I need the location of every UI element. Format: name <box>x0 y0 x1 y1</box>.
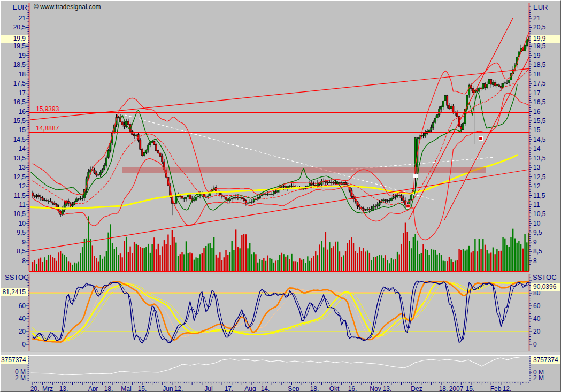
price-tick-label: 8 <box>533 257 537 265</box>
time-axis-label: 16. <box>348 385 357 392</box>
price-tick-label: 14,5 <box>13 136 26 143</box>
price-tick-label: 17 <box>19 89 26 97</box>
price-tick-label: 11,5 <box>533 192 545 199</box>
cumvol-tick-label: 2 M <box>15 374 26 382</box>
sstoc-value-box-right: 90,0396 <box>531 283 561 291</box>
price-tick-label: 18,5 <box>533 61 546 68</box>
price-tick-label: 15,5 <box>533 117 546 125</box>
sstoc-tick-label: 20 <box>533 328 541 335</box>
price-tick-label: 21 <box>19 14 26 22</box>
price-tick-label: 17,5 <box>13 80 26 87</box>
price-tick-label: 19,5 <box>13 42 26 50</box>
price-tick-label: 12 <box>533 182 541 190</box>
price-tick-label: 20,5 <box>13 24 26 31</box>
price-tick-label: 10 <box>19 220 26 227</box>
price-tick-label: 16 <box>533 108 541 116</box>
time-axis-label: 12. <box>174 385 183 392</box>
price-tick-label: 13 <box>19 164 26 171</box>
time-axis-label: 2007 <box>449 385 464 392</box>
time-axis-label: Mai <box>121 385 131 392</box>
sstoc-title-right: SSTOC <box>533 273 557 281</box>
sstoc-title-left: SSTOC <box>5 273 29 281</box>
time-axis-label: 13. <box>59 385 68 392</box>
price-tick-label: 9,5 <box>17 229 26 236</box>
time-axis-label: 15. <box>138 385 147 392</box>
price-tick-label: 12 <box>19 182 26 190</box>
current-price-box-right: 19,9 <box>531 35 560 43</box>
price-tick-label: 10,5 <box>533 210 546 218</box>
cumvol-value-box-left: 3757374 <box>1 356 28 364</box>
price-tick-label: 8,5 <box>533 248 542 255</box>
time-axis-label: 14. <box>261 385 270 392</box>
price-tick-label: 18,5 <box>13 61 26 68</box>
time-axis-label: 13. <box>383 385 392 392</box>
sstoc-tick-label: 60 <box>533 302 541 310</box>
price-tick-label: 16,5 <box>533 98 546 106</box>
copyright-text: © www.tradesignal.com <box>34 3 101 11</box>
time-axis-label: Aug <box>244 385 256 392</box>
sstoc-tick-label: 40 <box>19 315 26 322</box>
time-axis-label: Feb <box>490 385 502 392</box>
sstoc-tick-label: 40 <box>533 315 541 322</box>
sstoc-tick-label: 0 <box>22 341 26 348</box>
price-tick-label: 19,5 <box>533 42 546 50</box>
time-axis-label: Nov <box>370 385 381 392</box>
price-tick-label: 19 <box>533 52 541 59</box>
price-tick-label: 11,5 <box>14 192 26 199</box>
price-tick-label: 11 <box>19 201 26 209</box>
sstoc-tick-label: 0 <box>533 341 537 348</box>
sstoc-value-box-left: 81,2415 <box>1 288 28 296</box>
sstoc-tick-label: 20 <box>19 328 26 335</box>
time-axis-label: 12. <box>503 385 512 392</box>
price-tick-label: 18 <box>19 71 26 78</box>
time-axis-label: 18. <box>104 385 113 392</box>
time-axis-label: Dez <box>411 385 422 392</box>
price-tick-label: 13 <box>533 164 541 171</box>
time-axis-label: 20. <box>30 385 40 392</box>
price-tick-label: 13,5 <box>13 155 26 162</box>
cumvol-tick-label: 2 M <box>533 374 544 382</box>
price-tick-label: 15 <box>19 126 26 134</box>
time-axis-label: 15. <box>466 385 475 392</box>
price-tick-label: 19 <box>19 52 26 59</box>
time-axis-label: Sep <box>288 385 299 392</box>
price-tick-label: 16,5 <box>13 98 26 106</box>
time-axis-label: 18. <box>310 385 319 392</box>
price-tick-label: 11 <box>533 201 540 209</box>
price-tick-label: 17 <box>533 89 541 97</box>
price-tick-label: 20,5 <box>533 24 546 31</box>
price-tick-label: 9 <box>22 239 26 246</box>
price-tick-label: 13,5 <box>533 155 546 162</box>
price-tick-label: 10 <box>533 220 541 227</box>
time-axis-label: Jul <box>204 385 212 392</box>
price-tick-label: 15 <box>533 126 541 134</box>
chart-canvas[interactable]: 212120,520,519,519,5191918,518,5181817,5… <box>1 1 561 392</box>
time-axis-label: Mrz <box>42 385 53 392</box>
price-tick-label: 14 <box>19 145 26 152</box>
hline-label-15-9393: 15,9393 <box>36 105 59 113</box>
price-tick-label: 9,5 <box>533 229 542 236</box>
time-axis-label: Jun <box>163 385 173 392</box>
price-axis-unit-left: EUR <box>5 3 27 11</box>
time-axis-label: Apr <box>88 385 98 392</box>
price-tick-label: 10,5 <box>13 210 26 218</box>
cumvol-value-box-right: 3757374 <box>531 356 561 364</box>
price-tick-label: 18 <box>533 71 541 78</box>
price-tick-label: 15,5 <box>13 117 26 125</box>
price-tick-label: 12,5 <box>533 173 546 181</box>
price-tick-label: 17,5 <box>533 80 546 87</box>
time-axis-label: 17. <box>225 385 234 392</box>
sstoc-tick-label: 60 <box>19 302 26 310</box>
time-axis-label: Okt <box>329 385 340 392</box>
price-tick-label: 12,5 <box>13 173 26 181</box>
price-axis-unit-right: EUR <box>533 3 548 11</box>
price-tick-label: 21 <box>533 14 541 22</box>
price-tick-label: 14 <box>533 145 541 152</box>
hline-label-14-8887: 14,8887 <box>36 125 59 132</box>
price-tick-label: 8 <box>22 257 26 265</box>
time-axis-label: 18. <box>439 385 448 392</box>
price-tick-label: 16 <box>19 108 26 116</box>
price-tick-label: 8,5 <box>17 248 26 255</box>
price-tick-label: 14,5 <box>533 136 546 143</box>
tradesignal-chart-window: 212120,520,519,519,5191918,518,5181817,5… <box>0 0 561 392</box>
